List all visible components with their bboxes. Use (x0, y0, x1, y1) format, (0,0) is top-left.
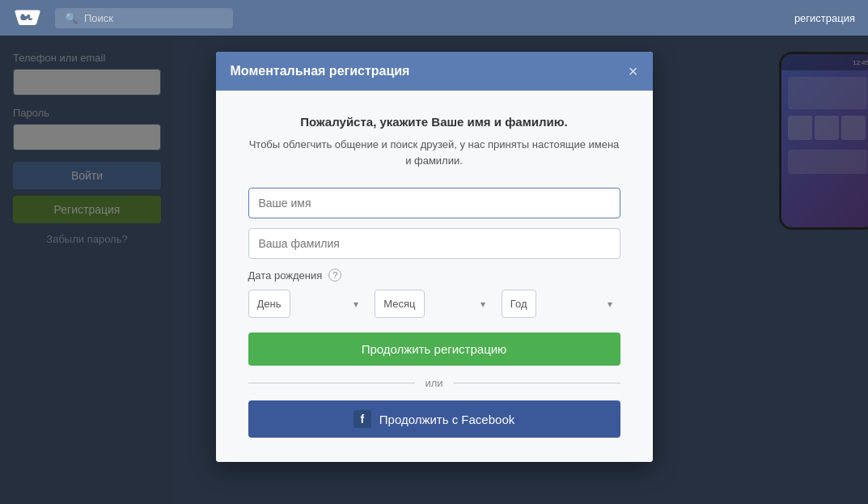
or-line-right (453, 383, 620, 383)
search-icon: 🔍 (65, 12, 78, 24)
modal-header: Моментальная регистрация × (216, 52, 653, 91)
or-text: или (425, 377, 442, 389)
facebook-icon: f (354, 410, 371, 428)
vk-logo[interactable] (13, 3, 42, 32)
month-select-wrapper: Месяц (375, 290, 493, 318)
modal-subtext: Чтобы облегчить общение и поиск друзей, … (248, 137, 620, 168)
dob-help-icon[interactable]: ? (328, 269, 341, 282)
dob-label-text: Дата рождения (248, 269, 323, 282)
register-link[interactable]: регистрация (794, 12, 855, 24)
or-divider: или (248, 377, 620, 389)
modal-overlay: Моментальная регистрация × Пожалуйста, у… (0, 36, 868, 504)
dob-label-row: Дата рождения ? (248, 269, 620, 282)
search-bar[interactable]: 🔍 Поиск (55, 8, 233, 28)
topbar: 🔍 Поиск регистрация (0, 0, 868, 36)
modal-title: Моментальная регистрация (231, 64, 410, 78)
last-name-input[interactable] (248, 228, 620, 259)
day-select[interactable]: День (248, 290, 290, 318)
dob-selects: День Месяц Год (248, 290, 620, 318)
first-name-input[interactable] (248, 188, 620, 218)
main-content: Телефон или email Пароль Войти Регистрац… (0, 36, 868, 504)
facebook-button[interactable]: f Продолжить с Facebook (248, 400, 620, 438)
day-select-wrapper: День (248, 290, 367, 318)
continue-button[interactable]: Продолжить регистрацию (248, 332, 620, 366)
year-select-wrapper: Год (502, 290, 620, 318)
modal-heading: Пожалуйста, укажите Ваше имя и фамилию. (248, 115, 620, 129)
vk-logo-icon (15, 10, 40, 26)
facebook-button-label: Продолжить с Facebook (379, 413, 514, 426)
year-select[interactable]: Год (502, 290, 536, 318)
or-line-left (248, 383, 416, 383)
month-select[interactable]: Месяц (375, 290, 425, 318)
modal-close-button[interactable]: × (629, 63, 638, 79)
registration-modal: Моментальная регистрация × Пожалуйста, у… (216, 52, 653, 462)
search-placeholder: Поиск (84, 12, 113, 24)
topbar-left: 🔍 Поиск (13, 3, 233, 32)
modal-body: Пожалуйста, укажите Ваше имя и фамилию. … (216, 91, 653, 462)
